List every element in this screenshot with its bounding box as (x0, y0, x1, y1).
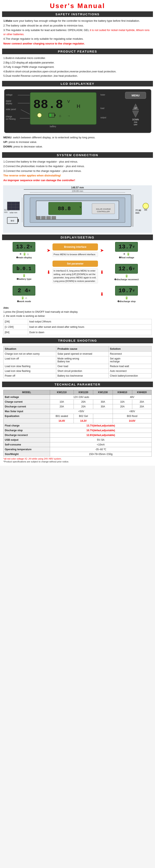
trouble-header: TROUBLE SHOOTING (2, 338, 153, 343)
features-header: PRODUCT FEATURES (2, 49, 153, 54)
lcd-header: LCD DISPLAY/KEY (2, 81, 153, 87)
main-display-unit: V (30, 245, 32, 249)
tech-usb-val: 5V /3A (50, 438, 152, 442)
trouble-solution-4: Auto reconnect (108, 369, 152, 373)
tech-charge-10a: 10A (50, 400, 73, 404)
svg-text:solar mm: solar mm (9, 212, 17, 214)
arrow-down-3: ⬇ (99, 291, 105, 297)
lcd-section: 88.8 V H ⌂ → voltage digital (2, 88, 153, 151)
trouble-situation-4: Load icon slow flashing (3, 369, 56, 373)
trouble-solution-2: Set againrecharge (108, 356, 152, 364)
tech-self-val: <10mA (50, 442, 152, 447)
svg-text:mm: mm (135, 212, 140, 214)
svg-rect-66 (145, 209, 147, 211)
tech-float-val: 13.7V(defaut,adjustable) (50, 423, 152, 428)
tech-solar-80v: <80V (113, 409, 152, 414)
discharge-stop-label: ❹discharge stop (117, 300, 135, 303)
page: User's Manual SAFETY INSTRUCTIONS 1.Make… (0, 0, 155, 466)
arrow-down-2: ⬇ (99, 270, 105, 275)
tech-discharge-30a: 30A (93, 404, 113, 409)
float-unit: V (133, 245, 134, 249)
sys-conn-block: 1.Connect the battery to the charge regu… (2, 159, 153, 184)
tech-table: MODEL KW1210 KW1220 KW1230 KW4810 KW4820… (3, 390, 152, 457)
tech-label-usb: USB output (3, 438, 50, 442)
tech-charge-20a2: 20A (132, 400, 152, 404)
arrow-down-1: ⬇ (45, 270, 52, 275)
tech-label-disc-stop: Discharge stop (3, 428, 50, 433)
tech-row-equal: Equalization B01 sealed B02 Gel B03 floo… (3, 414, 152, 418)
tech-size-val: 150×78×35mm /150g (50, 452, 152, 457)
tech-charge-10a2: 10A (113, 400, 132, 404)
discharge-reconnect-unit: V (133, 267, 134, 271)
battery-type-label: ❸battery type (17, 278, 31, 280)
battery-type-item: b.0.1 🔋 ❸battery type (3, 264, 44, 280)
trouble-solution-5: Check battery/connection (108, 373, 152, 378)
discharge-stop-unit: V (133, 289, 134, 292)
dimension-diagram: 148.57 mm 139.89 mm 88.8 V SOLAR CHARGE … (2, 185, 153, 233)
tech-label-equal-v (3, 418, 50, 423)
features-block: 1.Build-in industrial micro controller. … (2, 55, 153, 79)
discharge-stop-screen: 10.7V (115, 286, 138, 296)
battery-type-screen: b.0.1 (12, 264, 35, 273)
tech-label-size: Size/Weight (3, 452, 50, 457)
tech-header: TECHNICAL PARAMETER (2, 381, 153, 387)
tech-discharge-20a1: 20A (50, 404, 73, 409)
tech-charge-20a: 20A (74, 400, 93, 404)
svg-text:display: display (6, 102, 12, 105)
tech-label-self: Self-consume (3, 442, 50, 447)
battery-type-value: b.0.1 (17, 266, 31, 272)
trouble-header-row: Situation Probable cause Solution (3, 346, 152, 351)
tech-label-float: Float charge (3, 423, 50, 428)
svg-text:⊕⊖: ⊕⊖ (10, 219, 14, 222)
discharge-reconnect-item: 12.6V 🔋 ❸discharge reconnect (106, 264, 147, 281)
tech-row-discharge: Discharge current 20A 20A 30A 20A 20A (3, 404, 152, 409)
tech-row-equal-v: 14.4V 14.2V 14.6V (3, 418, 152, 423)
trouble-table: Situation Probable cause Solution Charge… (3, 346, 152, 378)
svg-text:→: → (67, 114, 70, 118)
tech-solar-50v: <50V (50, 409, 113, 414)
svg-text:CONTROLLER: CONTROLLER (97, 211, 110, 213)
tech-equal-v2: 14.2V (74, 418, 93, 423)
tech-equal-v3 (93, 418, 113, 423)
tech-discharge-20a4: 20A (132, 404, 152, 409)
work-mode-screen: 2 4H (12, 286, 35, 296)
svg-text:digital: digital (6, 100, 11, 102)
trouble-row-2: Load icon off Mode setting wrongBattery … (3, 356, 152, 364)
tech-val-batt-12: 12V /24V auto (50, 395, 113, 400)
tech-row-disc-recon: Discharge reconect 12.6V(defaut,adjustab… (3, 433, 152, 438)
svg-text:/ON: /ON (134, 121, 137, 123)
tech-charge-30a: 30A (93, 400, 113, 404)
tech-row-usb: USB output 5V /3A (3, 438, 152, 442)
trouble-row-3: Load icon slow flashing Over load Reduce… (3, 364, 152, 369)
svg-point-5 (37, 113, 41, 117)
svg-text:⌂: ⌂ (59, 114, 61, 118)
tech-col-kw4820: KW4820 (132, 390, 152, 395)
tech-disc-recon-val: 12.6V(defaut,adjustable) (50, 433, 152, 438)
svg-text:UP: UP (134, 107, 137, 110)
svg-rect-12 (49, 114, 51, 117)
attn-val-1-23h: load on after sunset and closed after se… (28, 324, 152, 330)
disc-stop-icons: 🔋 (125, 296, 128, 300)
safety-item-2: 2.The battery cable should be as short a… (3, 24, 152, 28)
discharge-reconnect-screen: 12.6V (115, 264, 138, 274)
svg-text:OFF: OFF (134, 124, 137, 126)
trouble-cause-2: Mode setting wrongBattery low (56, 356, 108, 364)
battery-icons: 🔋 (22, 274, 26, 277)
tech-label-batt: Batt voltage (3, 395, 50, 400)
attn-val-0h: Dusk to dawn (28, 330, 152, 335)
float-voltage-label: ❷float voltage (119, 256, 134, 259)
attn-table: [24t] load output 24hours [1~23H] load o… (3, 319, 152, 336)
feature-3: 3.Fully 4-stage PWM charge management. (3, 65, 152, 69)
attn-val-24t: load output 24hours (28, 319, 152, 324)
trouble-solution-1: Reconnect (108, 351, 152, 356)
svg-rect-11 (55, 114, 55, 116)
svg-text:V: V (80, 206, 81, 209)
svg-text:53.71: 53.71 (4, 209, 9, 211)
tech-col-kw4810: KW4810 (113, 390, 132, 395)
tech-row-size: Size/Weight 150×78×35mm /150g (3, 452, 152, 457)
safety-item-4: 4.The charge regulator is only suitable … (3, 37, 152, 41)
disp-set-header: DISPLAY/SEETING (2, 235, 153, 240)
work-mode-label: ❹work mode (17, 300, 31, 303)
tech-row-solar: Max Solar input <50V <80V (3, 409, 152, 414)
feature-5: 5.Dual mosfet Reverse current protection… (3, 74, 152, 78)
